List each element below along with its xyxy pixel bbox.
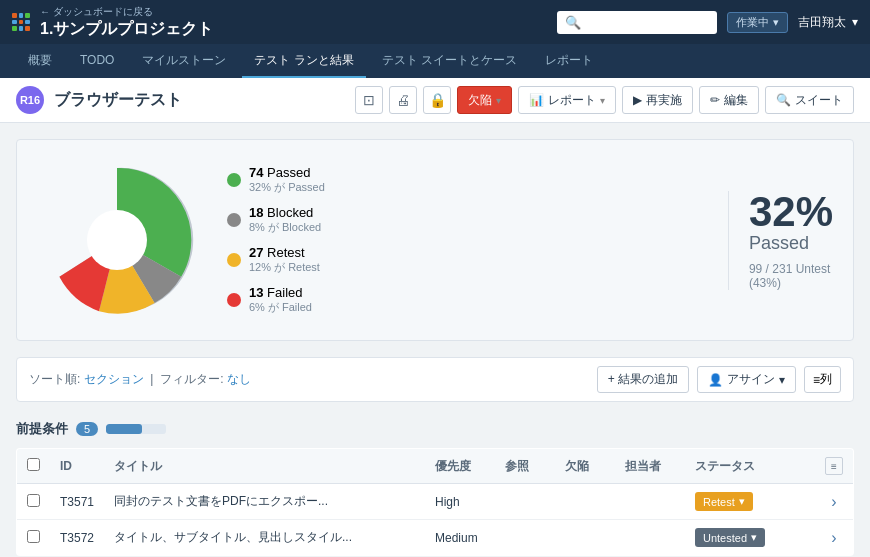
th-status: ステータス [685,449,815,484]
summary-detail1: 99 / 231 Untest [749,262,833,276]
th-ref: 参照 [495,449,555,484]
back-link-text: ← ダッシュボードに戻る [40,5,213,19]
row-assigned [615,520,685,556]
th-sort-icon: ≡ [815,449,854,484]
th-title: タイトル [104,449,425,484]
report-button[interactable]: 📊 レポート ▾ [518,86,616,114]
row-assigned [615,484,685,520]
th-checkbox [17,449,51,484]
stats-legend: 74 Passed 32% が Passed 18 Blocked 8% が B… [227,165,698,315]
page-title: ブラウザーテスト [54,90,345,111]
add-result-button[interactable]: + 結果の追加 [597,366,689,393]
chevron-down-icon: ▾ [773,16,779,29]
search-icon: 🔍 [565,15,581,30]
retest-dot [227,253,241,267]
status-untested-button[interactable]: Untested ▾ [695,528,765,547]
svg-point-0 [87,210,147,270]
header-actions: ⊡ 🖨 🔒 欠陥 ▾ 📊 レポート ▾ ▶ 再実施 ✏ 編集 🔍 スイート [355,86,854,114]
row-expand-icon[interactable]: › [831,529,836,546]
assign-icon: 👤 [708,373,723,387]
sort-label: ソート順: セクション | フィルター: なし [29,371,589,388]
user-menu[interactable]: 吉田翔太 ▾ [798,14,858,31]
export-icon-btn[interactable]: ⊡ [355,86,383,114]
chevron-down-icon: ▾ [600,95,605,106]
row-defect [555,520,615,556]
edit-button[interactable]: ✏ 編集 [699,86,759,114]
table-row: T3572 タイトル、サブタイトル、見出しスタイル... Medium Unte… [17,520,854,556]
filter-bar: ソート順: セクション | フィルター: なし + 結果の追加 👤 アサイン ▾… [16,357,854,402]
legend-failed: 13 Failed 6% が Failed [227,285,698,315]
suite-button[interactable]: 🔍 スイート [765,86,854,114]
status-badge[interactable]: 作業中 ▾ [727,12,788,33]
nav-item-test-suites[interactable]: テスト スイートとケース [370,44,529,78]
summary-box: 32% Passed 99 / 231 Untest (43%) [728,191,833,290]
legend-blocked: 18 Blocked 8% が Blocked [227,205,698,235]
project-title: 1.サンプルプロジェクト [40,19,213,40]
filter-value[interactable]: なし [227,372,251,386]
top-navigation: ← ダッシュボードに戻る 1.サンプルプロジェクト 🔍 作業中 ▾ 吉田翔太 ▾ [0,0,870,44]
th-id: ID [50,449,104,484]
nav-item-milestones[interactable]: マイルストーン [130,44,238,78]
row-checkbox[interactable] [27,530,40,543]
play-icon: ▶ [633,93,642,107]
nav-item-test-runs[interactable]: テスト ランと結果 [242,44,365,78]
th-defect: 欠陥 [555,449,615,484]
th-priority: 優先度 [425,449,495,484]
assign-button[interactable]: 👤 アサイン ▾ [697,366,796,393]
chevron-down-icon: ▾ [739,495,745,508]
defect-button[interactable]: 欠陥 ▾ [457,86,512,114]
row-status: Untested ▾ [685,520,815,556]
summary-detail2: (43%) [749,276,833,290]
row-status: Retest ▾ [685,484,815,520]
bar-chart-icon: 📊 [529,93,544,107]
main-content: 74 Passed 32% が Passed 18 Blocked 8% が B… [0,123,870,557]
sort-value[interactable]: セクション [84,372,144,386]
nav-logo [12,13,30,31]
row-priority: Medium [425,520,495,556]
status-retest-button[interactable]: Retest ▾ [695,492,753,511]
row-priority: High [425,484,495,520]
legend-retest: 27 Retest 12% が Retest [227,245,698,275]
nav-item-todo[interactable]: TODO [68,44,126,78]
chevron-down-icon: ▾ [779,373,785,387]
print-icon-btn[interactable]: 🖨 [389,86,417,114]
section-progress-bar [106,424,166,434]
row-title[interactable]: 同封のテスト文書をPDFにエクスポー... [104,484,425,520]
back-link[interactable]: ← ダッシュボードに戻る 1.サンプルプロジェクト [40,5,213,40]
select-all-checkbox[interactable] [27,458,40,471]
row-defect [555,484,615,520]
table-row: T3571 同封のテスト文書をPDFにエクスポー... High Retest … [17,484,854,520]
row-title[interactable]: タイトル、サブタイトル、見出しスタイル... [104,520,425,556]
lock-icon-btn[interactable]: 🔒 [423,86,451,114]
page-header: R16 ブラウザーテスト ⊡ 🖨 🔒 欠陥 ▾ 📊 レポート ▾ ▶ 再実施 ✏… [0,78,870,123]
search-input[interactable] [587,15,707,29]
summary-percent: 32% [749,191,833,233]
pie-chart [37,160,197,320]
section-count: 5 [76,422,98,436]
version-badge: R16 [16,86,44,114]
chevron-down-icon: ▾ [852,15,858,29]
filter-actions: + 結果の追加 👤 アサイン ▾ ≡ 列 [597,366,841,393]
rerun-button[interactable]: ▶ 再実施 [622,86,693,114]
failed-dot [227,293,241,307]
nav-item-overview[interactable]: 概要 [16,44,64,78]
summary-label: Passed [749,233,833,254]
passed-dot [227,173,241,187]
row-expand-icon[interactable]: › [831,493,836,510]
search-icon: 🔍 [776,93,791,107]
test-table: ID タイトル 優先度 参照 欠陥 担当者 ステータス ≡ T3571 同封のテ… [16,448,854,556]
blocked-dot [227,213,241,227]
logo-grid-icon [12,13,30,31]
row-id[interactable]: T3571 [50,484,104,520]
search-box[interactable]: 🔍 [557,11,717,34]
section-header: 前提条件 5 [16,414,854,444]
nav-item-reports[interactable]: レポート [533,44,605,78]
th-assigned: 担当者 [615,449,685,484]
secondary-navigation: 概要 TODO マイルストーン テスト ランと結果 テスト スイートとケース レ… [0,44,870,78]
column-button[interactable]: ≡ 列 [804,366,841,393]
row-id[interactable]: T3572 [50,520,104,556]
section-bar-fill [106,424,142,434]
row-checkbox[interactable] [27,494,40,507]
legend-passed: 74 Passed 32% が Passed [227,165,698,195]
columns-icon: ≡ [813,373,820,387]
